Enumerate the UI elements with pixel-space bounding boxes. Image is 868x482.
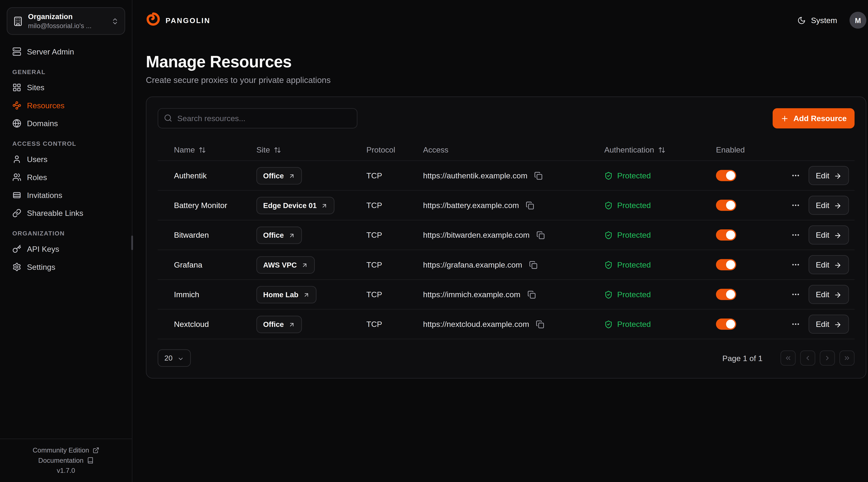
sidebar-item-shareable-links[interactable]: Shareable Links	[7, 204, 125, 222]
shield-check-icon	[604, 319, 613, 329]
row-menu-button[interactable]	[790, 319, 801, 330]
sidebar-item-domains[interactable]: Domains	[7, 115, 125, 132]
authentication-badge: Protected	[604, 200, 716, 210]
page-size-value: 20	[164, 354, 173, 362]
arrow-right-icon	[834, 320, 842, 329]
row-menu-button[interactable]	[790, 170, 801, 181]
sort-icon	[199, 145, 206, 154]
sidebar-item-roles[interactable]: Roles	[7, 168, 125, 186]
enabled-toggle[interactable]	[716, 200, 736, 211]
row-menu-button[interactable]	[790, 289, 801, 300]
users-icon	[12, 173, 21, 182]
avatar[interactable]: M	[849, 12, 866, 29]
org-selector[interactable]: Organization milo@fossorial.io's ...	[7, 7, 125, 35]
documentation-link[interactable]: Documentation	[5, 455, 126, 465]
copy-icon[interactable]	[535, 319, 546, 329]
copy-icon[interactable]	[535, 230, 546, 240]
add-resource-label: Add Resource	[794, 114, 847, 123]
row-menu-button[interactable]	[790, 229, 801, 240]
add-resource-button[interactable]: Add Resource	[773, 108, 855, 128]
site-name: Home Lab	[263, 290, 299, 299]
protected-label: Protected	[617, 320, 651, 329]
edit-button[interactable]: Edit	[808, 315, 849, 334]
copy-icon[interactable]	[526, 289, 536, 300]
sidebar-resize-handle[interactable]	[131, 235, 133, 250]
site-link-button[interactable]: Home Lab	[256, 286, 316, 303]
row-menu-button[interactable]	[790, 259, 801, 270]
sort-icon	[658, 145, 665, 154]
row-actions: Edit	[783, 196, 849, 215]
shield-check-icon	[604, 200, 613, 210]
sidebar-item-api-keys[interactable]: API Keys	[7, 240, 125, 258]
column-header-name[interactable]: Name	[174, 145, 256, 154]
page-size-select[interactable]: 20	[158, 349, 191, 367]
column-header-authentication[interactable]: Authentication	[604, 145, 716, 154]
edit-button[interactable]: Edit	[808, 225, 849, 245]
brand-name: PANGOLIN	[165, 16, 210, 24]
sidebar-item-invitations[interactable]: Invitations	[7, 186, 125, 204]
page-title: Manage Resources	[146, 53, 866, 71]
copy-icon[interactable]	[525, 200, 535, 211]
org-subtitle: milo@fossorial.io's ...	[28, 22, 106, 30]
row-menu-button[interactable]	[790, 200, 801, 211]
documentation-label: Documentation	[38, 456, 84, 464]
community-edition-link[interactable]: Community Edition	[5, 445, 126, 455]
last-page-button[interactable]	[839, 351, 855, 365]
site-link-button[interactable]: Edge Device 01	[256, 197, 335, 214]
access-url: https://authentik.example.com	[423, 171, 527, 180]
site-link-button[interactable]: Office	[256, 315, 302, 333]
enabled-toggle[interactable]	[716, 170, 736, 181]
sites-icon	[12, 83, 21, 92]
search-input[interactable]	[158, 108, 358, 128]
arrow-up-right-icon	[301, 260, 308, 269]
resource-name: Grafana	[174, 260, 256, 269]
arrow-right-icon	[834, 290, 842, 299]
first-page-button[interactable]	[780, 351, 796, 365]
book-icon	[87, 456, 94, 464]
shield-check-icon	[604, 171, 613, 180]
theme-toggle-button[interactable]: System	[798, 15, 837, 25]
copy-icon[interactable]	[528, 259, 538, 270]
pangolin-logo-icon	[146, 12, 160, 29]
access-url: https://grafana.example.com	[423, 260, 522, 269]
site-link-button[interactable]: Office	[256, 167, 302, 184]
edit-button[interactable]: Edit	[808, 196, 849, 215]
enabled-toggle[interactable]	[716, 229, 736, 240]
sidebar-item-sites[interactable]: Sites	[7, 78, 125, 96]
protocol: TCP	[367, 171, 423, 180]
sidebar-item-users[interactable]: Users	[7, 151, 125, 168]
edit-button[interactable]: Edit	[808, 285, 849, 304]
arrow-up-right-icon	[288, 320, 295, 328]
site-name: AWS VPC	[263, 260, 297, 269]
edit-button[interactable]: Edit	[808, 255, 849, 274]
edit-label: Edit	[816, 201, 829, 210]
sidebar-item-resources[interactable]: Resources	[7, 96, 125, 114]
brand[interactable]: PANGOLIN	[146, 12, 210, 29]
sidebar-nav: Server Admin GENERAL Sites Resources Dom…	[0, 40, 132, 278]
sidebar-item-server-admin[interactable]: Server Admin	[7, 43, 125, 61]
theme-label: System	[811, 15, 837, 25]
enabled-toggle[interactable]	[716, 259, 736, 270]
site-link-button[interactable]: Office	[256, 226, 302, 244]
next-page-button[interactable]	[820, 351, 835, 365]
arrow-right-icon	[834, 260, 842, 269]
enabled-toggle[interactable]	[716, 289, 736, 300]
sidebar-item-settings[interactable]: Settings	[7, 258, 125, 276]
arrow-up-right-icon	[288, 231, 295, 239]
shield-check-icon	[604, 290, 613, 299]
protected-label: Protected	[617, 290, 651, 299]
copy-icon[interactable]	[533, 170, 544, 181]
sidebar-item-label: Invitations	[27, 191, 62, 199]
access-url: https://nextcloud.example.com	[423, 320, 529, 329]
org-title: Organization	[28, 12, 106, 22]
site-name: Office	[263, 320, 284, 328]
sidebar-item-label: Domains	[27, 120, 58, 127]
edit-button[interactable]: Edit	[808, 166, 849, 185]
sidebar-item-label: Settings	[27, 263, 55, 271]
enabled-toggle[interactable]	[716, 319, 736, 330]
previous-page-button[interactable]	[800, 351, 815, 365]
site-link-button[interactable]: AWS VPC	[256, 256, 315, 273]
row-actions: Edit	[783, 315, 849, 334]
column-header-site[interactable]: Site	[256, 145, 366, 154]
table-row: Bitwarden Office TCP https://bitwarden.e…	[158, 220, 855, 250]
